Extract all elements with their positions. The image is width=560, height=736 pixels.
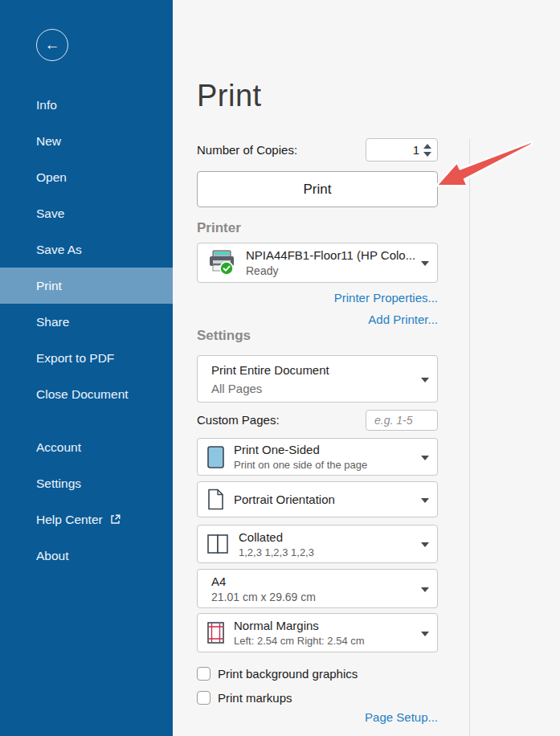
custom-pages-input[interactable]	[366, 410, 438, 431]
external-link-icon	[110, 514, 121, 525]
sidebar-item-label: Print	[36, 279, 62, 293]
checkbox-icon	[197, 691, 211, 705]
backstage-sidebar: ← Info New Open Save Save As Print Share…	[0, 0, 173, 736]
paper-size-select[interactable]: A4 21.01 cm x 29.69 cm	[197, 569, 438, 608]
sidebar-item-info[interactable]: Info	[0, 87, 173, 123]
print-range-title: Print Entire Document	[211, 363, 329, 377]
spinner-down-icon[interactable]	[423, 152, 431, 157]
print-background-graphics-checkbox[interactable]: Print background graphics	[197, 665, 358, 681]
chevron-down-icon	[421, 498, 429, 503]
sidebar-item-label: Close Document	[36, 387, 129, 402]
sided-select[interactable]: Print One-Sided Print on one side of the…	[197, 438, 438, 476]
one-sided-page-icon	[207, 446, 224, 468]
chevron-down-icon	[421, 456, 429, 460]
print-markups-checkbox[interactable]: Print markups	[197, 689, 292, 705]
checkbox-icon	[197, 667, 211, 681]
paper-size-title: A4	[211, 574, 316, 588]
sidebar-item-close-document[interactable]: Close Document	[0, 376, 173, 412]
printer-select[interactable]: NPIA44FB1-Floor11 (HP Colo... Ready	[197, 243, 438, 283]
printer-section-heading: Printer	[197, 220, 241, 236]
portrait-page-icon	[207, 489, 224, 510]
sidebar-item-about[interactable]: About	[0, 538, 173, 574]
back-arrow-icon: ←	[45, 36, 60, 54]
sidebar-item-settings[interactable]: Settings	[0, 465, 173, 501]
sidebar-item-label: Settings	[36, 476, 81, 491]
printer-icon	[207, 249, 236, 276]
vertical-divider	[469, 139, 470, 736]
sidebar-item-label: Save	[36, 206, 64, 221]
checkbox-label: Print markups	[218, 691, 292, 705]
collation-select[interactable]: Collated 1,2,3 1,2,3 1,2,3	[197, 525, 438, 563]
sidebar-item-help-center[interactable]: Help Center	[0, 501, 173, 538]
collation-subtitle: 1,2,3 1,2,3 1,2,3	[239, 546, 314, 558]
sidebar-item-account[interactable]: Account	[0, 429, 173, 465]
printer-status: Ready	[246, 264, 415, 277]
print-button[interactable]: Print	[197, 171, 438, 207]
orientation-title: Portrait Orientation	[234, 493, 335, 506]
print-range-subtitle: All Pages	[211, 382, 329, 395]
printer-properties-link[interactable]: Printer Properties...	[334, 291, 438, 305]
sidebar-item-save[interactable]: Save	[0, 195, 173, 231]
sided-title: Print One-Sided	[234, 443, 367, 456]
copies-row: Number of Copies:	[197, 138, 438, 162]
chevron-down-icon	[421, 632, 429, 636]
sidebar-item-label: Account	[36, 440, 81, 455]
sidebar-group-divider	[0, 412, 173, 429]
copies-label: Number of Copies:	[197, 143, 297, 157]
custom-pages-row: Custom Pages:	[197, 409, 438, 431]
settings-section-heading: Settings	[197, 328, 251, 344]
sidebar-item-open[interactable]: Open	[0, 159, 173, 195]
sidebar-item-export-to-pdf[interactable]: Export to PDF	[0, 340, 173, 376]
back-button[interactable]: ←	[36, 29, 68, 61]
sidebar-item-label: Export to PDF	[36, 351, 114, 366]
sidebar-item-label: New	[36, 134, 61, 149]
page-setup-link[interactable]: Page Setup...	[365, 710, 438, 724]
paper-size-subtitle: 21.01 cm x 29.69 cm	[211, 591, 316, 603]
sided-subtitle: Print on one side of the page	[234, 459, 367, 471]
page-title: Print	[197, 79, 262, 113]
margins-select[interactable]: Normal Margins Left: 2.54 cm Right: 2.54…	[197, 613, 438, 652]
print-range-select[interactable]: Print Entire Document All Pages	[197, 355, 438, 403]
margins-page-icon	[207, 622, 224, 644]
margins-title: Normal Margins	[234, 619, 365, 632]
sidebar-menu: Info New Open Save Save As Print Share E…	[0, 87, 173, 574]
sidebar-item-label: Info	[36, 98, 57, 112]
copies-stepper	[366, 138, 438, 162]
copies-input[interactable]	[366, 139, 419, 161]
margins-subtitle: Left: 2.54 cm Right: 2.54 cm	[234, 635, 365, 647]
sidebar-item-label: Help Center	[36, 513, 103, 527]
print-pane: Print Number of Copies: Print Printer	[197, 0, 438, 736]
custom-pages-label: Custom Pages:	[197, 413, 280, 427]
sidebar-item-print[interactable]: Print	[0, 268, 173, 304]
collation-title: Collated	[239, 530, 314, 544]
sidebar-item-label: Save As	[36, 243, 82, 257]
chevron-down-icon	[421, 378, 429, 382]
sidebar-item-new[interactable]: New	[0, 123, 173, 159]
sidebar-item-save-as[interactable]: Save As	[0, 231, 173, 268]
checkbox-label: Print background graphics	[218, 667, 358, 681]
spinner-up-icon[interactable]	[423, 144, 431, 149]
chevron-down-icon	[421, 587, 429, 592]
orientation-select[interactable]: Portrait Orientation	[197, 481, 438, 517]
add-printer-link[interactable]: Add Printer...	[368, 313, 438, 326]
sidebar-item-share[interactable]: Share	[0, 304, 173, 340]
chevron-down-icon	[421, 542, 429, 547]
copies-spinner	[423, 142, 432, 158]
sidebar-item-label: Open	[36, 170, 67, 185]
annotation-arrow	[430, 133, 546, 201]
sidebar-item-label: About	[36, 549, 69, 563]
sidebar-item-label: Share	[36, 315, 69, 329]
chevron-down-icon	[421, 261, 429, 266]
printer-name: NPIA44FB1-Floor11 (HP Colo...	[246, 248, 415, 262]
collated-pages-icon	[207, 534, 229, 554]
